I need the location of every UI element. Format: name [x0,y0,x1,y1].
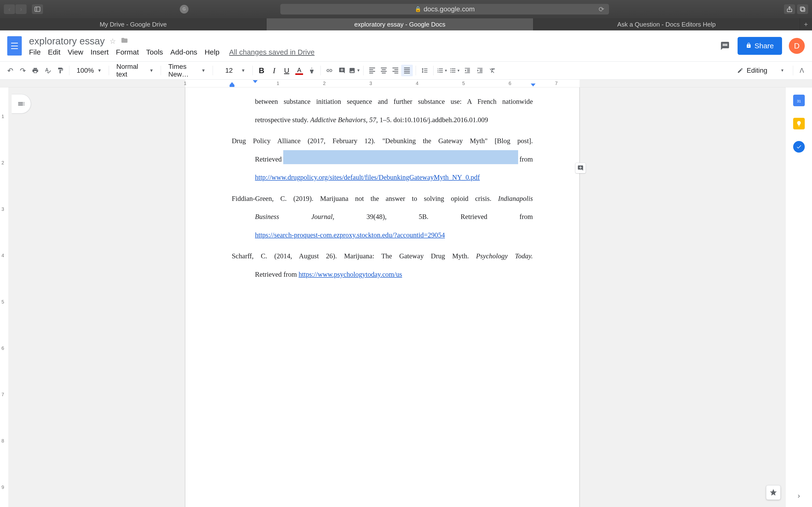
open-comments-button[interactable] [719,40,731,52]
browser-toolbar: ‹ › G 🔒 docs.google.com ⟳ [0,0,812,18]
url-text: docs.google.com [424,5,475,13]
browser-tab-docs[interactable]: exploratory essay - Google Docs [266,18,533,31]
vertical-ruler[interactable]: 1 2 3 4 5 6 7 8 9 [0,88,9,507]
reference-entry[interactable]: Retrieved from http://www.drugpolicy.org… [232,150,533,187]
font-select[interactable]: Times New…▼ [164,65,210,76]
underline-button[interactable]: U [281,65,292,76]
insert-image-button[interactable]: ▼ [349,65,360,76]
undo-button[interactable]: ↶ [4,65,16,76]
share-button-safari[interactable] [784,4,795,14]
menu-bar: File Edit View Insert Format Tools Add-o… [29,48,315,56]
menu-edit[interactable]: Edit [48,48,60,56]
save-status[interactable]: All changes saved in Drive [229,48,315,56]
style-select[interactable]: Normal text▼ [112,65,158,76]
bulleted-list-button[interactable]: ▼ [449,65,461,76]
collapse-toolbar-button[interactable]: ᐱ [796,65,808,76]
document-area: 1 2 3 4 5 6 7 8 9 between substance init… [0,88,812,507]
svg-rect-0 [35,7,40,12]
insert-link-button[interactable] [323,65,335,76]
move-folder-icon[interactable] [121,37,128,46]
align-center-button[interactable] [378,65,390,76]
align-justify-button[interactable] [401,65,413,76]
share-label: Share [755,42,774,50]
first-line-indent-marker[interactable] [253,80,258,83]
menu-format[interactable]: Format [116,48,139,56]
increase-indent-button[interactable] [474,65,486,76]
align-right-button[interactable] [390,65,401,76]
docs-toolbar: ↶ ↷ 100%▼ Normal text▼ Times New…▼ 12▼ B… [0,61,812,80]
reference-entry[interactable]: Drug Policy Alliance (2017, February 12)… [232,132,533,150]
outline-toggle-button[interactable] [12,94,31,113]
new-tab-button[interactable]: + [800,18,812,31]
account-avatar[interactable]: D [789,38,805,54]
reference-link[interactable]: https://www.psychologytoday.com/us [298,271,402,278]
reference-entry[interactable]: Retrieved from https://www.psychologytod… [232,265,533,284]
italic-button[interactable]: I [268,65,280,76]
svg-text:31: 31 [797,99,801,103]
grammarly-extension-icon[interactable]: G [177,4,191,14]
reference-entry[interactable]: retrospective study. Addictive Behaviors… [232,111,533,129]
reference-entry[interactable]: Scharff, C. (2014, August 26). Marijuana… [232,247,533,265]
line-spacing-button[interactable] [419,65,430,76]
browser-tab-strip: My Drive - Google Drive exploratory essa… [0,18,812,31]
menu-help[interactable]: Help [204,48,219,56]
star-icon[interactable]: ☆ [109,37,116,45]
menu-tools[interactable]: Tools [146,48,163,56]
address-bar[interactable]: 🔒 docs.google.com ⟳ [280,4,609,14]
tabs-button-safari[interactable] [797,4,808,14]
tasks-side-icon[interactable] [793,141,805,153]
keep-side-icon[interactable] [793,118,805,129]
editing-mode-button[interactable]: Editing ▼ [731,64,790,77]
svg-rect-4 [800,7,804,11]
side-panel: 31 › [785,88,812,507]
menu-view[interactable]: View [68,48,83,56]
text-selection [283,150,518,164]
sidebar-toggle[interactable] [32,4,43,14]
side-panel-collapse-icon[interactable]: › [798,492,800,500]
document-title[interactable]: exploratory essay [29,36,105,47]
horizontal-ruler[interactable]: 1 1 2 3 4 5 6 7 [0,80,812,88]
clear-formatting-button[interactable] [487,65,498,76]
align-left-button[interactable] [366,65,378,76]
menu-insert[interactable]: Insert [91,48,109,56]
spellcheck-button[interactable] [42,65,54,76]
bold-button[interactable]: B [256,65,267,76]
document-page[interactable]: between substance initiation sequence an… [185,88,579,507]
share-button[interactable]: Share [738,37,782,55]
reference-entry[interactable]: between substance initiation sequence an… [232,93,533,111]
reference-entry[interactable]: Fiddian-Green, C. (2019). Marijuana not … [232,189,533,208]
lock-icon [746,42,752,50]
menu-file[interactable]: File [29,48,41,56]
explore-button[interactable] [766,485,780,500]
reference-link[interactable]: http://www.drugpolicy.org/sites/default/… [255,174,480,181]
back-button[interactable]: ‹ [4,4,15,14]
insert-comment-button[interactable] [336,65,348,76]
browser-tab-help[interactable]: Ask a Question - Docs Editors Help [534,18,800,31]
zoom-select[interactable]: 100%▼ [72,65,106,76]
print-button[interactable] [30,65,41,76]
reference-link[interactable]: https://search-proquest-com.ezproxy.stoc… [255,231,445,239]
reload-icon[interactable]: ⟳ [599,5,604,13]
highlight-button[interactable] [306,65,317,76]
right-indent-marker[interactable] [531,83,536,87]
docs-logo-icon[interactable] [7,36,22,56]
reference-entry[interactable]: Business Journal, 39(48), 5B. Retrieved … [232,208,533,244]
docs-header: exploratory essay ☆ File Edit View Inser… [0,31,812,61]
redo-button[interactable]: ↷ [17,65,29,76]
forward-button[interactable]: › [15,4,27,14]
browser-tab-drive[interactable]: My Drive - Google Drive [0,18,266,31]
left-indent-triangle[interactable] [230,82,235,85]
menu-addons[interactable]: Add-ons [170,48,197,56]
left-indent-marker[interactable] [230,85,235,87]
decrease-indent-button[interactable] [462,65,473,76]
paint-format-button[interactable] [55,65,66,76]
calendar-side-icon[interactable]: 31 [793,95,805,106]
svg-rect-3 [801,8,805,11]
add-comment-floating-button[interactable] [575,163,586,173]
text-color-button[interactable]: A [293,65,305,76]
numbered-list-button[interactable]: ▼ [437,65,448,76]
lock-icon: 🔒 [415,6,421,12]
font-size-select[interactable]: 12▼ [216,65,250,76]
